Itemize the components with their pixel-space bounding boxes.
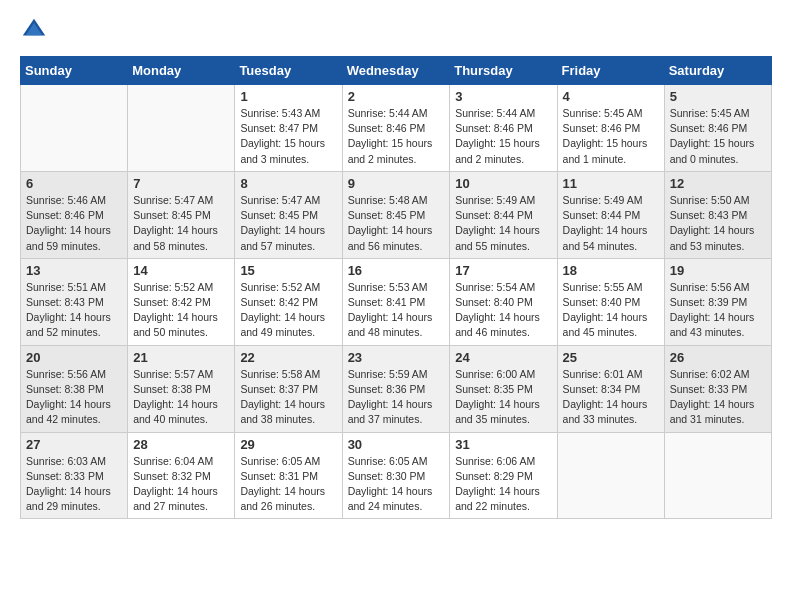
day-info: Sunrise: 5:49 AM Sunset: 8:44 PM Dayligh… [455,193,551,254]
day-info: Sunrise: 6:05 AM Sunset: 8:31 PM Dayligh… [240,454,336,515]
weekday-header-friday: Friday [557,57,664,85]
day-number: 21 [133,350,229,365]
calendar-cell [21,85,128,172]
calendar-week-3: 13Sunrise: 5:51 AM Sunset: 8:43 PM Dayli… [21,258,772,345]
weekday-header-wednesday: Wednesday [342,57,450,85]
day-info: Sunrise: 5:47 AM Sunset: 8:45 PM Dayligh… [240,193,336,254]
calendar-cell: 18Sunrise: 5:55 AM Sunset: 8:40 PM Dayli… [557,258,664,345]
calendar-body: 1Sunrise: 5:43 AM Sunset: 8:47 PM Daylig… [21,85,772,519]
calendar-cell: 15Sunrise: 5:52 AM Sunset: 8:42 PM Dayli… [235,258,342,345]
day-info: Sunrise: 6:02 AM Sunset: 8:33 PM Dayligh… [670,367,766,428]
day-number: 11 [563,176,659,191]
calendar-cell: 9Sunrise: 5:48 AM Sunset: 8:45 PM Daylig… [342,171,450,258]
day-number: 7 [133,176,229,191]
day-number: 18 [563,263,659,278]
day-info: Sunrise: 5:45 AM Sunset: 8:46 PM Dayligh… [563,106,659,167]
calendar-cell: 31Sunrise: 6:06 AM Sunset: 8:29 PM Dayli… [450,432,557,519]
day-number: 31 [455,437,551,452]
calendar-cell: 14Sunrise: 5:52 AM Sunset: 8:42 PM Dayli… [128,258,235,345]
day-number: 3 [455,89,551,104]
day-number: 6 [26,176,122,191]
day-number: 22 [240,350,336,365]
weekday-header-sunday: Sunday [21,57,128,85]
weekday-header-tuesday: Tuesday [235,57,342,85]
day-number: 15 [240,263,336,278]
day-number: 27 [26,437,122,452]
calendar-cell: 16Sunrise: 5:53 AM Sunset: 8:41 PM Dayli… [342,258,450,345]
day-number: 14 [133,263,229,278]
day-info: Sunrise: 5:43 AM Sunset: 8:47 PM Dayligh… [240,106,336,167]
calendar-week-1: 1Sunrise: 5:43 AM Sunset: 8:47 PM Daylig… [21,85,772,172]
day-number: 25 [563,350,659,365]
calendar-cell: 13Sunrise: 5:51 AM Sunset: 8:43 PM Dayli… [21,258,128,345]
day-number: 13 [26,263,122,278]
day-number: 29 [240,437,336,452]
calendar-cell: 20Sunrise: 5:56 AM Sunset: 8:38 PM Dayli… [21,345,128,432]
day-number: 10 [455,176,551,191]
calendar-header-row: SundayMondayTuesdayWednesdayThursdayFrid… [21,57,772,85]
calendar-cell: 26Sunrise: 6:02 AM Sunset: 8:33 PM Dayli… [664,345,771,432]
day-info: Sunrise: 5:58 AM Sunset: 8:37 PM Dayligh… [240,367,336,428]
day-info: Sunrise: 5:57 AM Sunset: 8:38 PM Dayligh… [133,367,229,428]
day-info: Sunrise: 5:48 AM Sunset: 8:45 PM Dayligh… [348,193,445,254]
calendar-cell: 29Sunrise: 6:05 AM Sunset: 8:31 PM Dayli… [235,432,342,519]
calendar-cell: 7Sunrise: 5:47 AM Sunset: 8:45 PM Daylig… [128,171,235,258]
calendar-cell: 3Sunrise: 5:44 AM Sunset: 8:46 PM Daylig… [450,85,557,172]
day-info: Sunrise: 5:52 AM Sunset: 8:42 PM Dayligh… [133,280,229,341]
calendar-cell: 27Sunrise: 6:03 AM Sunset: 8:33 PM Dayli… [21,432,128,519]
day-info: Sunrise: 5:56 AM Sunset: 8:38 PM Dayligh… [26,367,122,428]
weekday-header-thursday: Thursday [450,57,557,85]
logo-icon [20,16,48,44]
calendar-cell: 21Sunrise: 5:57 AM Sunset: 8:38 PM Dayli… [128,345,235,432]
day-number: 4 [563,89,659,104]
day-number: 17 [455,263,551,278]
day-info: Sunrise: 6:05 AM Sunset: 8:30 PM Dayligh… [348,454,445,515]
weekday-header-monday: Monday [128,57,235,85]
calendar-cell: 2Sunrise: 5:44 AM Sunset: 8:46 PM Daylig… [342,85,450,172]
day-info: Sunrise: 5:45 AM Sunset: 8:46 PM Dayligh… [670,106,766,167]
logo [20,16,52,44]
day-info: Sunrise: 5:51 AM Sunset: 8:43 PM Dayligh… [26,280,122,341]
calendar-cell: 24Sunrise: 6:00 AM Sunset: 8:35 PM Dayli… [450,345,557,432]
day-info: Sunrise: 5:47 AM Sunset: 8:45 PM Dayligh… [133,193,229,254]
day-number: 28 [133,437,229,452]
day-info: Sunrise: 5:55 AM Sunset: 8:40 PM Dayligh… [563,280,659,341]
calendar-cell [128,85,235,172]
day-info: Sunrise: 6:03 AM Sunset: 8:33 PM Dayligh… [26,454,122,515]
calendar-cell: 25Sunrise: 6:01 AM Sunset: 8:34 PM Dayli… [557,345,664,432]
day-number: 30 [348,437,445,452]
day-info: Sunrise: 6:06 AM Sunset: 8:29 PM Dayligh… [455,454,551,515]
day-info: Sunrise: 5:52 AM Sunset: 8:42 PM Dayligh… [240,280,336,341]
day-number: 19 [670,263,766,278]
day-number: 12 [670,176,766,191]
day-info: Sunrise: 5:59 AM Sunset: 8:36 PM Dayligh… [348,367,445,428]
day-info: Sunrise: 5:50 AM Sunset: 8:43 PM Dayligh… [670,193,766,254]
calendar-cell: 4Sunrise: 5:45 AM Sunset: 8:46 PM Daylig… [557,85,664,172]
calendar-week-5: 27Sunrise: 6:03 AM Sunset: 8:33 PM Dayli… [21,432,772,519]
day-number: 20 [26,350,122,365]
day-info: Sunrise: 5:44 AM Sunset: 8:46 PM Dayligh… [455,106,551,167]
calendar-cell: 11Sunrise: 5:49 AM Sunset: 8:44 PM Dayli… [557,171,664,258]
day-number: 5 [670,89,766,104]
calendar-cell [664,432,771,519]
calendar-cell: 17Sunrise: 5:54 AM Sunset: 8:40 PM Dayli… [450,258,557,345]
calendar-cell: 8Sunrise: 5:47 AM Sunset: 8:45 PM Daylig… [235,171,342,258]
calendar-cell: 5Sunrise: 5:45 AM Sunset: 8:46 PM Daylig… [664,85,771,172]
weekday-header-saturday: Saturday [664,57,771,85]
day-info: Sunrise: 5:56 AM Sunset: 8:39 PM Dayligh… [670,280,766,341]
calendar-cell: 23Sunrise: 5:59 AM Sunset: 8:36 PM Dayli… [342,345,450,432]
day-info: Sunrise: 6:01 AM Sunset: 8:34 PM Dayligh… [563,367,659,428]
day-number: 2 [348,89,445,104]
day-number: 26 [670,350,766,365]
calendar-cell: 28Sunrise: 6:04 AM Sunset: 8:32 PM Dayli… [128,432,235,519]
calendar-cell: 1Sunrise: 5:43 AM Sunset: 8:47 PM Daylig… [235,85,342,172]
day-info: Sunrise: 5:53 AM Sunset: 8:41 PM Dayligh… [348,280,445,341]
day-number: 1 [240,89,336,104]
calendar-cell [557,432,664,519]
calendar-week-2: 6Sunrise: 5:46 AM Sunset: 8:46 PM Daylig… [21,171,772,258]
calendar-cell: 12Sunrise: 5:50 AM Sunset: 8:43 PM Dayli… [664,171,771,258]
day-number: 9 [348,176,445,191]
page-header [20,16,772,44]
day-number: 23 [348,350,445,365]
day-info: Sunrise: 5:46 AM Sunset: 8:46 PM Dayligh… [26,193,122,254]
